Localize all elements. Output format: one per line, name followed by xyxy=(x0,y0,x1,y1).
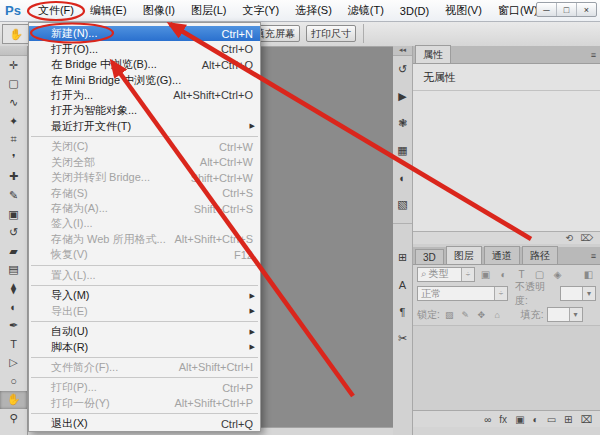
menu-item-close-all[interactable]: 关闭全部Alt+Ctrl+W xyxy=(29,155,260,170)
menu-item-open-as-smart-object[interactable]: 打开为智能对象... xyxy=(29,103,260,118)
blur-tool[interactable]: ⧫ xyxy=(0,279,27,298)
menubar-item-view[interactable]: 视图(V) xyxy=(437,0,490,21)
menubar-item-layer[interactable]: 图层(L) xyxy=(183,0,234,21)
lock-transparency-icon[interactable]: ▨ xyxy=(443,310,456,320)
clone-stamp-tool[interactable]: ▣ xyxy=(0,205,27,224)
eraser-tool[interactable]: ▰ xyxy=(0,242,27,261)
swatches-panel-icon[interactable]: ❃ xyxy=(393,110,412,137)
menu-item-print[interactable]: 打印(P)...Ctrl+P xyxy=(29,380,260,395)
brush-tool[interactable]: ✎ xyxy=(0,186,27,205)
opacity-input[interactable]: ▾ xyxy=(560,286,596,301)
move-tool[interactable]: ✛ xyxy=(0,56,27,75)
menu-item-open-recent[interactable]: 最近打开文件(T)▶ xyxy=(29,119,260,134)
quick-selection-tool[interactable]: ✦ xyxy=(0,112,27,131)
menu-item-open-as[interactable]: 打开为...Alt+Shift+Ctrl+O xyxy=(29,88,260,103)
healing-brush-icon: ✚ xyxy=(9,170,18,183)
crop-tool[interactable]: ⌗ xyxy=(0,130,27,149)
history-brush-tool[interactable]: ↺ xyxy=(0,223,27,242)
menu-item-automate[interactable]: 自动(U)▶ xyxy=(29,324,260,339)
reset-icon[interactable]: ⟲ xyxy=(566,233,574,243)
filter-adjustment-layers-icon[interactable]: ◐ xyxy=(496,267,511,281)
tab-properties[interactable]: 属性 xyxy=(415,45,451,63)
masks-panel-icon[interactable]: ▧ xyxy=(393,191,412,218)
tab-channels[interactable]: 通道 xyxy=(484,246,520,264)
lock-all-icon[interactable]: ⌂ xyxy=(491,310,504,320)
lock-position-icon[interactable]: ✥ xyxy=(475,310,488,320)
menu-item-exit[interactable]: 退出(X)Ctrl+Q xyxy=(29,416,260,431)
print-size-button[interactable]: 打印尺寸 xyxy=(306,25,356,42)
collapse-dock-icon[interactable]: ◂◂ xyxy=(393,46,412,56)
menu-item-export[interactable]: 导出(E)▶ xyxy=(29,303,260,318)
lock-pixels-icon[interactable]: ✎ xyxy=(459,310,472,320)
link-layers-icon[interactable]: ∞ xyxy=(484,414,491,425)
menu-item-revert[interactable]: 恢复(V)F12 xyxy=(29,247,260,262)
maximize-button[interactable]: □ xyxy=(556,3,576,16)
minimize-button[interactable]: ─ xyxy=(537,3,556,16)
gradient-tool[interactable]: ▤ xyxy=(0,261,27,280)
menu-item-browse-in-mini-bridge[interactable]: 在 Mini Bridge 中浏览(G)... xyxy=(29,72,260,87)
menu-item-open[interactable]: 打开(O)...Ctrl+O xyxy=(29,41,260,56)
shape-tool[interactable]: ○ xyxy=(0,372,27,391)
panel-menu-icon[interactable]: ≡ xyxy=(591,50,596,60)
adjustments-panel-icon[interactable]: ◐ xyxy=(393,164,412,191)
menu-item-file-info[interactable]: 文件简介(F)...Alt+Shift+Ctrl+I xyxy=(29,360,260,375)
menubar-item-filter[interactable]: 滤镜(T) xyxy=(340,0,392,21)
zoom-tool[interactable]: ⚲ xyxy=(0,409,27,428)
menu-item-save-for-web[interactable]: 存储为 Web 所用格式...Alt+Shift+Ctrl+S xyxy=(29,232,260,247)
adjustment-layer-icon[interactable]: ◐ xyxy=(533,414,539,425)
pen-tool[interactable]: ✒ xyxy=(0,316,27,335)
type-tool[interactable]: T xyxy=(0,335,27,354)
menu-item-import[interactable]: 导入(M)▶ xyxy=(29,288,260,303)
menu-item-close[interactable]: 关闭(C)Ctrl+W xyxy=(29,139,260,154)
character-panel-icon[interactable]: A xyxy=(393,271,412,298)
tool-presets-panel-icon[interactable]: ✂ xyxy=(393,325,412,352)
styles-panel-icon[interactable]: ▦ xyxy=(393,137,412,164)
menu-item-scripts[interactable]: 脚本(R)▶ xyxy=(29,339,260,354)
menu-item-place[interactable]: 置入(L)... xyxy=(29,268,260,283)
marquee-tool[interactable]: ▢ xyxy=(0,75,27,94)
delete-layer-icon[interactable]: ⌧ xyxy=(580,414,592,425)
lasso-tool[interactable]: ∿ xyxy=(0,93,27,112)
new-layer-icon[interactable]: ⊞ xyxy=(564,414,572,425)
menu-item-check-in[interactable]: 签入(I)... xyxy=(29,216,260,231)
menu-item-close-and-go-to-bridge[interactable]: 关闭并转到 Bridge...Shift+Ctrl+W xyxy=(29,170,260,185)
menubar-item-3d[interactable]: 3D(D) xyxy=(392,0,437,21)
filter-kind-dropdown[interactable]: ⌕ 类型 ÷ xyxy=(417,267,475,282)
timeline-panel-icon[interactable]: ⊞ xyxy=(393,244,412,271)
panel-menu-icon[interactable]: ≡ xyxy=(591,251,596,261)
tab-layers[interactable]: 图层 xyxy=(446,246,482,264)
healing-brush-tool[interactable]: ✚ xyxy=(0,168,27,187)
menu-item-save[interactable]: 存储(S)Ctrl+S xyxy=(29,185,260,200)
path-selection-tool[interactable]: ▷ xyxy=(0,354,27,373)
actions-panel-icon[interactable]: ▶ xyxy=(393,83,412,110)
menu-item-new[interactable]: 新建(N)...Ctrl+N xyxy=(29,26,260,41)
dodge-tool[interactable]: ◐ xyxy=(0,298,27,317)
delete-icon[interactable]: ⌦ xyxy=(580,233,593,243)
close-button[interactable]: × xyxy=(576,3,596,16)
fill-input[interactable]: ▾ xyxy=(547,307,583,322)
filter-pixel-layers-icon[interactable]: ▣ xyxy=(478,267,493,281)
menu-item-save-as[interactable]: 存储为(A)...Shift+Ctrl+S xyxy=(29,201,260,216)
blend-mode-dropdown[interactable]: 正常 ÷ xyxy=(417,286,508,301)
menubar-item-type[interactable]: 文字(Y) xyxy=(234,0,287,21)
menubar-item-edit[interactable]: 编辑(E) xyxy=(82,0,135,21)
menu-item-browse-in-bridge[interactable]: 在 Bridge 中浏览(B)...Alt+Ctrl+O xyxy=(29,57,260,72)
menu-separator xyxy=(31,265,258,266)
hand-tool[interactable]: ✋ xyxy=(0,391,27,410)
menubar-item-file[interactable]: 文件(F) xyxy=(30,0,82,21)
tools-panel-grip[interactable] xyxy=(0,46,27,56)
menu-item-print-one-copy[interactable]: 打印一份(Y)Alt+Shift+Ctrl+P xyxy=(29,396,260,411)
paragraph-panel-icon[interactable]: ¶ xyxy=(393,298,412,325)
hand-tool-preset-icon[interactable]: ✋ xyxy=(2,24,30,44)
layer-mask-icon[interactable]: ▣ xyxy=(515,414,524,425)
menubar-item-image[interactable]: 图像(I) xyxy=(135,0,183,21)
layer-effects-icon[interactable]: fx xyxy=(499,414,507,425)
new-group-icon[interactable]: ▭ xyxy=(547,414,556,425)
filter-switch-icon[interactable]: ◧ xyxy=(581,267,596,281)
tab-paths[interactable]: 路径 xyxy=(522,246,558,264)
history-panel-icon[interactable]: ↺ xyxy=(393,56,412,83)
menubar-item-select[interactable]: 选择(S) xyxy=(287,0,340,21)
layers-list xyxy=(413,325,600,410)
eyedropper-tool[interactable]: ❜ xyxy=(0,149,27,168)
tab-3d[interactable]: 3D xyxy=(415,249,444,264)
